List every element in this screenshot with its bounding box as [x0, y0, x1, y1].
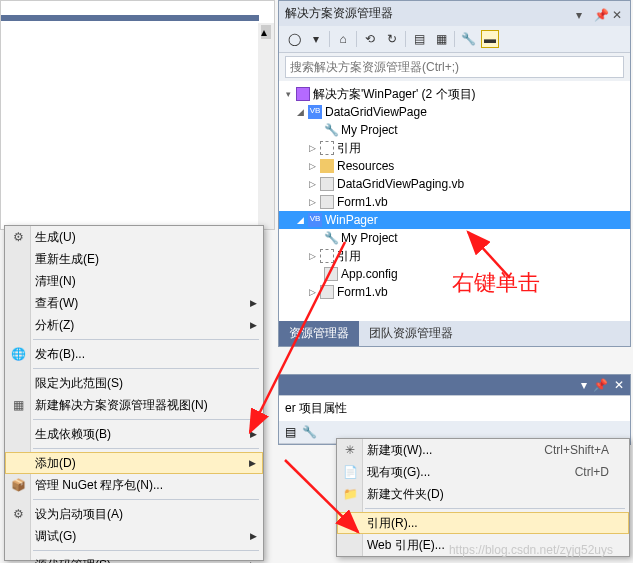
chevron-right-icon: ▶ — [250, 298, 257, 308]
submenu-existingitem[interactable]: 📄现有项(G)...Ctrl+D — [337, 461, 629, 483]
vb-file-icon — [320, 285, 334, 299]
vb-file-icon — [320, 195, 334, 209]
tree-item[interactable]: 🔧 My Project — [279, 121, 630, 139]
tree-solution-node[interactable]: ▾ 解决方案'WinPager' (2 个项目) — [279, 85, 630, 103]
menu-debug[interactable]: 调试(G)▶ — [5, 525, 263, 547]
home-icon[interactable]: ⌂ — [334, 30, 352, 48]
menu-analyze[interactable]: 分析(Z)▶ — [5, 314, 263, 336]
chevron-right-icon: ▶ — [250, 320, 257, 330]
context-submenu-add: ✳新建项(W)...Ctrl+Shift+A 📄现有项(G)...Ctrl+D … — [336, 438, 630, 557]
wrench-icon: 🔧 — [324, 231, 338, 245]
dropdown-icon[interactable]: ▾ — [581, 378, 587, 392]
back-icon[interactable]: ◯ — [285, 30, 303, 48]
references-icon — [320, 249, 334, 263]
pin-icon[interactable]: 📌 — [593, 378, 608, 392]
categorize-icon[interactable]: ▤ — [285, 425, 296, 439]
search-input[interactable] — [285, 56, 624, 78]
search-container — [279, 53, 630, 81]
tree-project-node-selected[interactable]: ◢ VB WinPager — [279, 211, 630, 229]
tree-item[interactable]: ▷ Form1.vb — [279, 193, 630, 211]
menu-view[interactable]: 查看(W)▶ — [5, 292, 263, 314]
close-icon[interactable]: ✕ — [612, 8, 624, 20]
forward-icon[interactable]: ▾ — [307, 30, 325, 48]
properties-header: er 项目属性 — [279, 395, 630, 421]
tree-item[interactable]: ▷ 引用 — [279, 247, 630, 265]
panel-toolbar: ◯ ▾ ⌂ ⟲ ↻ ▤ ▦ 🔧 ▬ — [279, 26, 630, 53]
preview-icon[interactable]: ▬ — [481, 30, 499, 48]
watermark-text: https://blog.csdn.net/zyjq52uys — [449, 543, 613, 557]
wrench-icon[interactable]: 🔧 — [302, 425, 317, 439]
context-menu: ⚙生成(U) 重新生成(E) 清理(N) 查看(W)▶ 分析(Z)▶ 🌐发布(B… — [4, 225, 264, 561]
gear-icon: ⚙ — [10, 506, 26, 522]
tree-item[interactable]: 🔧 My Project — [279, 229, 630, 247]
newitem-icon: ✳ — [342, 442, 358, 458]
dropdown-icon[interactable]: ▾ — [576, 8, 588, 20]
menu-publish[interactable]: 🌐发布(B)... — [5, 343, 263, 365]
vb-file-icon — [320, 177, 334, 191]
references-icon — [320, 141, 334, 155]
menu-add[interactable]: 添加(D)▶ — [5, 452, 263, 474]
config-file-icon — [324, 267, 338, 281]
editor-tab-strip — [1, 15, 259, 21]
tree-item[interactable]: ▷ 引用 — [279, 139, 630, 157]
annotation-text: 右键单击 — [452, 268, 540, 298]
menu-rebuild[interactable]: 重新生成(E) — [5, 248, 263, 270]
panel-title-text: 解决方案资源管理器 — [285, 5, 393, 22]
properties-panel: ▾ 📌 ✕ er 项目属性 ▤ 🔧 — [278, 374, 631, 445]
panel-tabs: 资源管理器 团队资源管理器 — [279, 321, 630, 346]
tree-item[interactable]: ▷ DataGridViewPaging.vb — [279, 175, 630, 193]
tab-solution-explorer[interactable]: 资源管理器 — [279, 321, 359, 346]
chevron-right-icon: ▶ — [250, 429, 257, 439]
tree-item[interactable]: ▷ Resources — [279, 157, 630, 175]
folder-icon — [320, 159, 334, 173]
globe-icon: 🌐 — [10, 346, 26, 362]
submenu-newitem[interactable]: ✳新建项(W)...Ctrl+Shift+A — [337, 439, 629, 461]
showall-icon[interactable]: ▦ — [432, 30, 450, 48]
menu-build[interactable]: ⚙生成(U) — [5, 226, 263, 248]
menu-startup[interactable]: ⚙设为启动项目(A) — [5, 503, 263, 525]
collapse-icon[interactable]: ▤ — [410, 30, 428, 48]
sync-icon[interactable]: ⟲ — [361, 30, 379, 48]
editor-pane: ▴ — [0, 0, 275, 230]
menu-builddeps[interactable]: 生成依赖项(B)▶ — [5, 423, 263, 445]
submenu-newfolder[interactable]: 📁新建文件夹(D) — [337, 483, 629, 505]
existing-icon: 📄 — [342, 464, 358, 480]
panel-titlebar[interactable]: 解决方案资源管理器 ▾ 📌 ✕ — [279, 1, 630, 26]
submenu-reference[interactable]: 引用(R)... — [337, 512, 629, 534]
solution-icon — [296, 87, 310, 101]
vb-project-icon: VB — [308, 105, 322, 119]
close-icon[interactable]: ✕ — [614, 378, 624, 392]
vb-project-icon: VB — [308, 213, 322, 227]
chevron-right-icon: ▶ — [250, 531, 257, 541]
menu-clean[interactable]: 清理(N) — [5, 270, 263, 292]
nuget-icon: 📦 — [10, 477, 26, 493]
menu-newview[interactable]: ▦新建解决方案资源管理器视图(N) — [5, 394, 263, 416]
menu-scope[interactable]: 限定为此范围(S) — [5, 372, 263, 394]
vertical-scrollbar[interactable]: ▴ — [258, 23, 274, 229]
properties-icon[interactable]: 🔧 — [459, 30, 477, 48]
scroll-up-icon[interactable]: ▴ — [261, 25, 271, 39]
newview-icon: ▦ — [10, 397, 26, 413]
chevron-right-icon: ▶ — [249, 458, 256, 468]
build-icon: ⚙ — [10, 229, 26, 245]
newfolder-icon: 📁 — [342, 486, 358, 502]
tab-team-explorer[interactable]: 团队资源管理器 — [359, 321, 463, 346]
refresh-icon[interactable]: ↻ — [383, 30, 401, 48]
wrench-icon: 🔧 — [324, 123, 338, 137]
properties-titlebar[interactable]: ▾ 📌 ✕ — [279, 375, 630, 395]
menu-nuget[interactable]: 📦管理 NuGet 程序包(N)... — [5, 474, 263, 496]
tree-project-node[interactable]: ◢ VB DataGridViewPage — [279, 103, 630, 121]
pin-icon[interactable]: 📌 — [594, 8, 606, 20]
menu-scm[interactable]: 源代码管理(S)▶ — [5, 554, 263, 563]
